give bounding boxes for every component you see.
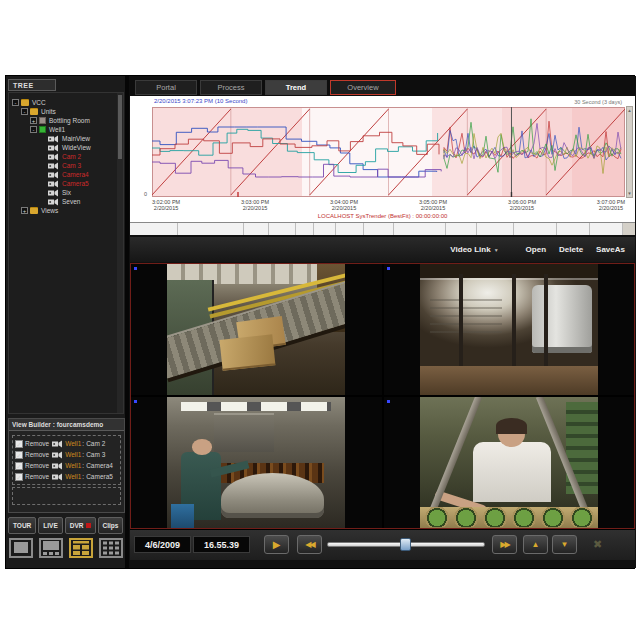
camera-icon bbox=[48, 189, 59, 197]
view-tab[interactable]: Overview bbox=[330, 80, 396, 95]
view-builder-row: ✓ Remove Well1 : Camera4 bbox=[14, 460, 119, 471]
open-button[interactable]: Open bbox=[526, 245, 546, 254]
delete-button[interactable]: Delete bbox=[559, 245, 583, 254]
view-tab[interactable]: Trend bbox=[265, 80, 327, 95]
tree-expander-icon[interactable]: - bbox=[21, 108, 28, 115]
fast-forward-button[interactable]: ▶▶ bbox=[492, 535, 517, 554]
tree-expander-icon[interactable]: + bbox=[30, 117, 37, 124]
table-header-scroll[interactable] bbox=[623, 223, 635, 235]
camera-icon bbox=[48, 198, 59, 206]
tree-scrollbar-thumb[interactable] bbox=[118, 95, 122, 159]
table-column-header[interactable] bbox=[514, 223, 557, 235]
unit-label: Well1 bbox=[65, 440, 81, 447]
chart-scrollbar[interactable]: ▲▼ bbox=[626, 106, 633, 198]
tree-expander-icon[interactable]: + bbox=[21, 207, 28, 214]
snapshot-disabled-icon: ✖ bbox=[585, 535, 610, 554]
tree-item[interactable]: Camera4 bbox=[10, 170, 115, 179]
scroll-down-icon[interactable]: ▼ bbox=[627, 191, 632, 196]
remove-checkbox[interactable]: ✓ bbox=[15, 473, 23, 481]
tick-date: 2/20/2015 bbox=[241, 205, 269, 211]
camera-tile-3[interactable] bbox=[131, 397, 382, 528]
art-floor bbox=[420, 366, 598, 395]
table-column-header[interactable] bbox=[364, 223, 394, 235]
table-column-header[interactable] bbox=[130, 223, 178, 235]
tree-item[interactable]: - VCC bbox=[10, 98, 115, 107]
tree-item[interactable]: MainView bbox=[10, 134, 115, 143]
art-roof bbox=[420, 264, 598, 278]
layout-grid-button[interactable] bbox=[99, 538, 123, 558]
tree-item[interactable]: Cam 2 bbox=[10, 152, 115, 161]
view-tab[interactable]: Process bbox=[200, 80, 262, 95]
tree-item[interactable]: Cam 3 bbox=[10, 161, 115, 170]
mode-tab-label: DVR bbox=[70, 522, 84, 529]
mode-tab[interactable]: DVR bbox=[65, 517, 96, 534]
table-column-header[interactable] bbox=[244, 223, 269, 235]
speed-up-button[interactable]: ▲ bbox=[523, 535, 548, 554]
tree-item[interactable]: Camera5 bbox=[10, 179, 115, 188]
table-column-header[interactable] bbox=[557, 223, 590, 235]
tree-panel-tab[interactable]: TREE bbox=[8, 79, 56, 91]
tree-item[interactable]: - Well1 bbox=[10, 125, 115, 134]
mode-tab-label: Clips bbox=[103, 522, 119, 529]
table-column-header[interactable] bbox=[269, 223, 296, 235]
saveas-button[interactable]: SaveAs bbox=[596, 245, 625, 254]
tree-item[interactable]: WideView bbox=[10, 143, 115, 152]
tree-item[interactable]: - Units bbox=[10, 107, 115, 116]
camera-label: Cam 3 bbox=[86, 451, 105, 458]
remove-label: Remove bbox=[25, 440, 49, 447]
playback-date[interactable]: 4/6/2009 bbox=[134, 536, 191, 553]
app-window: TREE - VCC - Units + Bottling Room - Wel… bbox=[5, 75, 635, 569]
timeline-slider[interactable] bbox=[327, 538, 485, 552]
table-column-header[interactable] bbox=[336, 223, 364, 235]
table-column-header[interactable] bbox=[178, 223, 244, 235]
layout-single-button[interactable] bbox=[9, 538, 33, 558]
camera-tile-4[interactable] bbox=[384, 397, 635, 528]
tree-expander-icon[interactable]: - bbox=[30, 126, 37, 133]
speed-down-button[interactable]: ▼ bbox=[552, 535, 577, 554]
trend-plot-area[interactable] bbox=[152, 107, 625, 197]
x-axis-tick: 3:04:00 PM 2/20/2015 bbox=[330, 199, 358, 211]
art-lights bbox=[181, 402, 331, 411]
chart-span-label: 30 Second (3 days) bbox=[574, 99, 622, 105]
camera-tile-2[interactable] bbox=[384, 264, 635, 395]
view-tab[interactable]: Portal bbox=[135, 80, 197, 95]
tree-item-label: MainView bbox=[62, 135, 90, 142]
tree-expander-icon[interactable]: - bbox=[12, 99, 19, 106]
x-axis-labels: 3:02:00 PM 2/20/2015 3:03:00 PM 2/20/201… bbox=[152, 199, 625, 211]
camera-tile-1[interactable] bbox=[131, 264, 382, 395]
trend-chart-panel: 2/20/2015 3:07:23 PM (10 Second) 30 Seco… bbox=[130, 96, 635, 235]
layout-1plus3-button[interactable] bbox=[39, 538, 63, 558]
playback-time[interactable]: 16.55.39 bbox=[193, 536, 250, 553]
remove-label: Remove bbox=[25, 451, 49, 458]
camera-label: Camera4 bbox=[86, 462, 113, 469]
table-column-header[interactable] bbox=[314, 223, 336, 235]
remove-checkbox[interactable]: ✓ bbox=[15, 451, 23, 459]
table-column-header[interactable] bbox=[477, 223, 514, 235]
remove-checkbox[interactable]: ✓ bbox=[15, 462, 23, 470]
video-link-dropdown[interactable]: Video Link▼ bbox=[450, 245, 498, 254]
table-column-header[interactable] bbox=[590, 223, 623, 235]
mode-tab[interactable]: TOUR bbox=[8, 517, 36, 534]
rewind-button[interactable]: ◀◀ bbox=[297, 535, 322, 554]
tree-item[interactable]: Six bbox=[10, 188, 115, 197]
tree-item[interactable]: + Bottling Room bbox=[10, 116, 115, 125]
layout-2x2-button[interactable] bbox=[69, 538, 93, 558]
mode-tab[interactable]: Clips bbox=[98, 517, 124, 534]
video-toolbar: Video Link▼ Open Delete SaveAs bbox=[130, 237, 635, 262]
table-column-header[interactable] bbox=[394, 223, 446, 235]
tree-item[interactable]: + Views bbox=[10, 206, 115, 215]
tree-item-label: Seven bbox=[62, 198, 80, 205]
tree-item[interactable]: Seven bbox=[10, 197, 115, 206]
tree-scrollbar[interactable] bbox=[117, 93, 123, 413]
play-button[interactable]: ▶ bbox=[264, 535, 289, 554]
stream-indicator-icon bbox=[387, 400, 390, 403]
table-column-header[interactable] bbox=[296, 223, 314, 235]
slider-thumb[interactable] bbox=[400, 538, 411, 551]
table-column-header[interactable] bbox=[446, 223, 477, 235]
remove-checkbox[interactable]: ✓ bbox=[15, 440, 23, 448]
art-machine bbox=[214, 413, 275, 452]
mode-tab[interactable]: LIVE bbox=[38, 517, 62, 534]
tree-item-label: Views bbox=[41, 207, 58, 214]
scroll-up-icon[interactable]: ▲ bbox=[627, 108, 632, 113]
view-builder-drop-area[interactable] bbox=[12, 487, 121, 505]
